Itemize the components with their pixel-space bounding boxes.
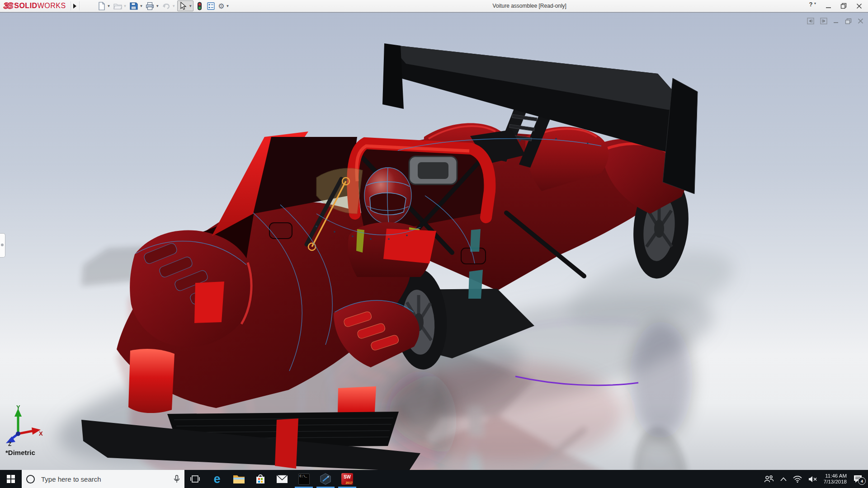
quick-access-toolbar: ▼ ▼ ▼ <box>96 0 231 12</box>
save-dropdown-caret[interactable]: ▼ <box>139 4 143 8</box>
microphone-icon[interactable] <box>174 475 180 483</box>
people-icon[interactable] <box>764 475 774 483</box>
triad-z-label: Z <box>8 441 11 446</box>
tab-grip-dot <box>1 244 4 246</box>
action-center-button[interactable]: 4 <box>853 475 863 483</box>
solidworks-window: 3S SOLIDWORKS ▼ ▼ <box>0 0 868 488</box>
select-tool-button[interactable]: ▼ <box>177 0 193 11</box>
restore-icon <box>840 3 847 9</box>
print-button[interactable]: ▼ <box>145 1 160 11</box>
wifi-icon[interactable] <box>793 476 802 483</box>
file-explorer-icon <box>233 474 245 484</box>
restore-button[interactable] <box>837 1 850 11</box>
help-dropdown-caret[interactable]: ▼ <box>814 2 817 5</box>
graphics-viewport[interactable]: Y X Z *Dimetric <box>0 12 868 470</box>
window-controls: ? ▼ <box>807 0 865 12</box>
new-dropdown-caret[interactable]: ▼ <box>107 4 111 8</box>
menu-expand-button[interactable] <box>71 1 80 10</box>
windows-taskbar: e <box>0 470 868 488</box>
camera-pod <box>409 156 457 184</box>
cortana-icon[interactable] <box>26 475 35 483</box>
close-icon <box>856 3 862 9</box>
select-dropdown-caret[interactable]: ▼ <box>189 4 192 8</box>
command-prompt-button[interactable]: C:\_ <box>293 470 315 488</box>
store-icon <box>255 474 266 484</box>
options-gear-icon: ⚙ <box>218 2 224 10</box>
file-explorer-button[interactable] <box>228 470 250 488</box>
undo-icon <box>162 2 170 10</box>
sw-letters: SW <box>344 474 351 479</box>
open-dropdown-caret[interactable]: ▼ <box>123 4 127 8</box>
mail-button[interactable] <box>271 470 293 488</box>
feature-manager-collapsed-tab[interactable] <box>0 233 5 258</box>
windows-logo-icon <box>7 475 15 483</box>
taskbar-clock[interactable]: 11:46 AM 7/13/2018 <box>824 473 847 485</box>
edge-button[interactable]: e <box>206 470 228 488</box>
solidworks-logo: 3S SOLIDWORKS <box>0 0 66 12</box>
file-properties-icon <box>207 2 215 10</box>
brand-solid: SOLID <box>14 2 37 9</box>
hexagon-app-icon <box>320 473 331 485</box>
help-button[interactable]: ? ▼ <box>807 1 819 11</box>
open-folder-icon <box>113 2 122 10</box>
clock-time: 11:46 AM <box>824 473 847 479</box>
pane-arrow-left-icon[interactable] <box>807 18 814 24</box>
new-document-icon <box>97 2 106 10</box>
sw-year: 2017 <box>345 481 353 485</box>
pane-arrow-right-icon[interactable] <box>820 18 827 24</box>
system-tray: 11:46 AM 7/13/2018 4 <box>764 470 868 488</box>
save-button[interactable]: ▼ <box>128 1 144 11</box>
undo-dropdown-caret[interactable]: ▼ <box>172 4 175 8</box>
title-bar: 3S SOLIDWORKS ▼ ▼ <box>0 0 868 12</box>
hexagon-app-button[interactable] <box>315 470 336 488</box>
select-cursor-icon <box>179 2 187 10</box>
rebuild-button[interactable] <box>194 1 205 11</box>
task-view-icon <box>190 474 201 483</box>
doc-minimize-icon[interactable] <box>833 18 839 24</box>
view-orientation-label: *Dimetric <box>5 449 35 456</box>
mail-icon <box>276 474 288 483</box>
notification-badge: 4 <box>858 477 866 485</box>
file-properties-button[interactable] <box>206 1 216 11</box>
save-floppy-icon <box>129 2 138 10</box>
3d-model-race-car <box>0 12 868 470</box>
dassault-3s-icon: 3S <box>4 1 12 11</box>
rebuild-traffic-light-icon <box>195 2 204 10</box>
start-button[interactable] <box>0 470 22 488</box>
left-mirror <box>269 223 292 239</box>
print-dropdown-caret[interactable]: ▼ <box>156 4 159 8</box>
solidworks-app-button[interactable]: SW 2017 <box>336 470 358 488</box>
triad-x-label: X <box>39 430 43 437</box>
help-label: ? <box>809 1 813 8</box>
window-title: Voiture assomblee [Read-only] <box>492 0 566 12</box>
triad-y-label: Y <box>16 405 20 411</box>
command-prompt-icon: C:\_ <box>298 474 310 485</box>
doc-restore-icon[interactable] <box>845 18 852 24</box>
coordinate-triad: Y X Z <box>3 405 43 446</box>
open-button[interactable]: ▼ <box>113 1 128 11</box>
solidworks-2017-icon: SW 2017 <box>341 473 353 485</box>
doc-close-icon[interactable] <box>858 18 863 24</box>
nose-stripe <box>275 418 298 469</box>
show-hidden-icons-chevron[interactable] <box>780 477 787 481</box>
front-corner-left <box>128 349 175 413</box>
volume-muted-icon[interactable] <box>808 476 817 483</box>
task-view-button[interactable] <box>184 470 206 488</box>
search-input[interactable] <box>40 475 171 483</box>
options-dropdown-caret[interactable]: ▼ <box>226 4 229 8</box>
options-button[interactable]: ⚙ ▼ <box>217 1 230 11</box>
brand-works: WORKS <box>38 2 66 9</box>
taskbar-search[interactable] <box>22 470 184 488</box>
clock-date: 7/13/2018 <box>824 479 847 485</box>
close-button[interactable] <box>853 1 865 11</box>
new-document-button[interactable]: ▼ <box>96 1 112 11</box>
minimize-icon <box>826 3 831 9</box>
document-window-controls <box>807 18 863 24</box>
taskbar-apps: e <box>184 470 358 488</box>
minimize-button[interactable] <box>822 1 835 11</box>
store-button[interactable] <box>250 470 271 488</box>
print-icon <box>146 2 154 10</box>
undo-button[interactable]: ▼ <box>161 1 176 11</box>
expand-arrow-icon <box>73 4 77 9</box>
edge-icon: e <box>213 473 220 485</box>
